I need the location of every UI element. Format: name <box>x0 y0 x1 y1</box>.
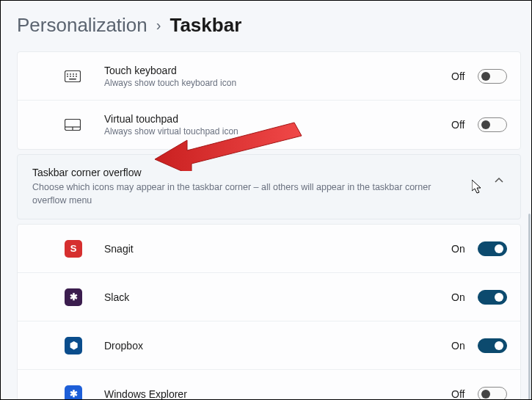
toggle-state-label: On <box>451 243 469 255</box>
chevron-up-icon <box>494 175 504 186</box>
app-icon: ✱ <box>65 385 90 401</box>
breadcrumb: Personalization › Taskbar <box>17 14 521 37</box>
svg-rect-9 <box>69 79 76 80</box>
toggle-windows-explorer[interactable] <box>478 387 507 401</box>
svg-point-6 <box>70 76 71 77</box>
overflow-items-panel: SSnagitOn✱SlackOn⬢DropboxOn✱Windows Expl… <box>17 224 521 400</box>
toggle-state-label: Off <box>451 388 469 400</box>
toggle-slack[interactable] <box>478 290 507 305</box>
keyboard-icon <box>65 70 90 82</box>
svg-point-4 <box>76 73 77 75</box>
section-taskbar-corner-overflow[interactable]: Taskbar corner overflow Choose which ico… <box>17 154 521 219</box>
toggle-touch-keyboard[interactable] <box>478 69 507 84</box>
app-icon: ✱ <box>65 288 90 306</box>
row-subtitle: Always show virtual touchpad icon <box>104 126 451 137</box>
breadcrumb-current: Taskbar <box>170 14 241 37</box>
touchpad-icon <box>65 119 90 131</box>
section-subtitle: Choose which icons may appear in the tas… <box>32 181 458 207</box>
corner-icons-panel: Touch keyboard Always show touch keyboar… <box>17 51 521 150</box>
svg-point-3 <box>73 73 74 75</box>
app-icon: ⬢ <box>65 337 90 354</box>
row-title: Snagit <box>104 243 451 255</box>
overflow-row[interactable]: ⬢DropboxOn <box>18 321 520 370</box>
toggle-virtual-touchpad[interactable] <box>478 117 507 132</box>
scrollbar[interactable] <box>528 214 531 400</box>
overflow-row[interactable]: ✱SlackOn <box>18 273 520 321</box>
row-title: Slack <box>104 291 451 303</box>
toggle-state-label: On <box>451 291 469 303</box>
svg-point-8 <box>76 76 77 77</box>
overflow-row[interactable]: ✱Windows ExplorerOff <box>18 370 520 400</box>
row-title: Touch keyboard <box>104 65 451 76</box>
svg-point-7 <box>73 76 74 77</box>
toggle-dropbox[interactable] <box>478 338 507 353</box>
row-virtual-touchpad[interactable]: Virtual touchpad Always show virtual tou… <box>18 101 520 149</box>
overflow-row[interactable]: SSnagitOn <box>18 225 520 273</box>
breadcrumb-parent[interactable]: Personalization <box>17 14 147 37</box>
breadcrumb-separator: › <box>156 17 161 34</box>
row-touch-keyboard[interactable]: Touch keyboard Always show touch keyboar… <box>18 52 520 101</box>
section-title: Taskbar corner overflow <box>32 167 506 178</box>
row-title: Dropbox <box>104 340 451 352</box>
toggle-snagit[interactable] <box>478 241 507 256</box>
app-icon: S <box>65 240 90 258</box>
svg-point-5 <box>67 76 68 77</box>
toggle-state-label: Off <box>451 119 469 131</box>
svg-point-2 <box>70 73 71 75</box>
svg-point-1 <box>67 73 68 75</box>
row-subtitle: Always show touch keyboard icon <box>104 78 451 88</box>
toggle-state-label: Off <box>451 70 469 82</box>
toggle-state-label: On <box>451 340 469 352</box>
row-title: Windows Explorer <box>104 388 451 400</box>
row-title: Virtual touchpad <box>104 113 451 125</box>
